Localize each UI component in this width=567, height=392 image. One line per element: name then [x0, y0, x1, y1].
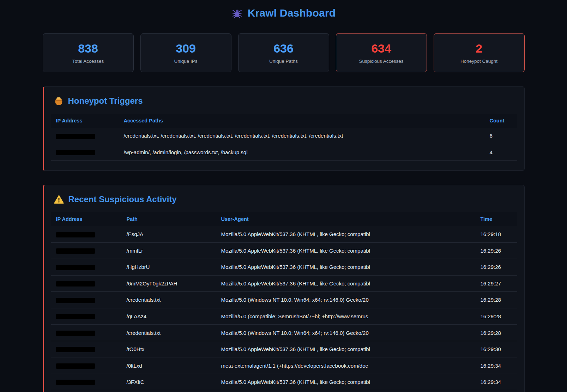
activity-row: /credentials.txt Mozilla/5.0 (Windows NT…: [51, 292, 517, 308]
suspicious-activity-panel: Recent Suspicious Activity IP Address Pa…: [43, 185, 525, 392]
path-cell: /HgHzbrU: [122, 259, 216, 276]
activity-row: /6mM2OyF0gk2zPAH Mozilla/5.0 AppleWebKit…: [51, 275, 517, 292]
redacted-ip-bar: [56, 331, 95, 336]
time-cell: 16:29:28: [476, 325, 517, 341]
path-cell: /credentials.txt: [122, 325, 216, 341]
honeypot-panel: Honeypot Triggers IP Address Accessed Pa…: [43, 86, 525, 171]
col-header-count: Count: [485, 114, 517, 128]
time-cell: 16:29:28: [476, 308, 517, 325]
col-header-ip: IP Address: [51, 114, 119, 128]
ip-cell: [51, 128, 119, 144]
path-cell: /gLAAz4: [122, 308, 216, 325]
activity-row: /0ltLxd meta-externalagent/1.1 (+https:/…: [51, 357, 517, 374]
redacted-ip-bar: [56, 150, 95, 155]
suspicious-title: Recent Suspicious Activity: [68, 194, 177, 204]
stat-card: 2 Honeypot Caught: [434, 33, 525, 72]
ip-cell: [51, 275, 122, 292]
path-cell: /6mM2OyF0gk2zPAH: [122, 275, 216, 292]
path-cell: /3FXfiC: [122, 374, 216, 390]
honeypot-row: /credentials.txt, /credentials.txt, /cre…: [51, 128, 517, 144]
redacted-ip-bar: [56, 298, 95, 303]
stat-label: Suspicious Accesses: [359, 59, 403, 64]
time-cell: 16:29:26: [476, 242, 517, 259]
redacted-ip-bar: [56, 232, 95, 237]
time-cell: 16:29:30: [476, 341, 517, 357]
user-agent-cell: Mozilla/5.0 (compatible; SemrushBot/7~bl…: [216, 308, 476, 325]
honeypot-table-body: /credentials.txt, /credentials.txt, /cre…: [51, 128, 517, 161]
stat-card: 309 Unique IPs: [140, 33, 231, 72]
user-agent-cell: Mozilla/5.0 AppleWebKit/537.36 (KHTML, l…: [216, 275, 476, 292]
stat-card: 838 Total Accesses: [43, 33, 134, 72]
ip-cell: [51, 259, 122, 276]
redacted-ip-bar: [56, 347, 95, 352]
user-agent-cell: meta-externalagent/1.1 (+https://develop…: [216, 357, 476, 374]
honeypot-panel-title: Honeypot Triggers: [54, 96, 517, 106]
time-cell: 16:29:26: [476, 259, 517, 276]
honeypot-row: /wp-admin/, /admin/login, /passwords.txt…: [51, 144, 517, 161]
dashboard-page: Krawl Dashboard 838 Total Accesses 309 U…: [43, 0, 525, 392]
paths-cell: /wp-admin/, /admin/login, /passwords.txt…: [119, 144, 485, 161]
user-agent-cell: Mozilla/5.0 AppleWebKit/537.36 (KHTML, l…: [216, 374, 476, 390]
ip-cell: [51, 308, 122, 325]
activity-table-head: IP Address Path User-Agent Time: [51, 212, 517, 226]
stats-row: 838 Total Accesses 309 Unique IPs 636 Un…: [43, 33, 525, 72]
user-agent-cell: Mozilla/5.0 (Windows NT 10.0; Win64; x64…: [216, 292, 476, 308]
stat-card: 634 Suspicious Accesses: [336, 33, 427, 72]
page-header: Krawl Dashboard: [43, 7, 525, 19]
honeypot-icon: [54, 96, 64, 106]
page-title: Krawl Dashboard: [248, 7, 336, 19]
activity-table: IP Address Path User-Agent Time /EsqJA M…: [51, 212, 517, 390]
warning-icon: [54, 195, 64, 204]
ip-cell: [51, 357, 122, 374]
path-cell: /mmILr: [122, 242, 216, 259]
redacted-ip-bar: [56, 281, 95, 287]
ip-cell: [51, 341, 122, 357]
activity-table-body: /EsqJA Mozilla/5.0 AppleWebKit/537.36 (K…: [51, 226, 517, 390]
stat-label: Honeypot Caught: [460, 59, 497, 64]
path-cell: /tO0Htx: [122, 341, 216, 357]
path-cell: /EsqJA: [122, 226, 216, 242]
honeypot-table-head: IP Address Accessed Paths Count: [51, 114, 517, 128]
stat-value: 2: [476, 42, 482, 55]
col-header-time: Time: [476, 212, 517, 226]
paths-cell: /credentials.txt, /credentials.txt, /cre…: [119, 128, 485, 144]
col-header-ip: IP Address: [51, 212, 122, 226]
stat-value: 634: [371, 42, 391, 55]
user-agent-cell: Mozilla/5.0 AppleWebKit/537.36 (KHTML, l…: [216, 242, 476, 259]
stat-label: Unique IPs: [174, 59, 197, 64]
count-cell: 6: [485, 128, 517, 144]
stat-value: 309: [176, 42, 196, 55]
time-cell: 16:29:18: [476, 226, 517, 242]
stat-card: 636 Unique Paths: [238, 33, 329, 72]
col-header-paths: Accessed Paths: [119, 114, 485, 128]
time-cell: 16:29:27: [476, 275, 517, 292]
activity-row: /EsqJA Mozilla/5.0 AppleWebKit/537.36 (K…: [51, 226, 517, 242]
activity-row: /gLAAz4 Mozilla/5.0 (compatible; Semrush…: [51, 308, 517, 325]
user-agent-cell: Mozilla/5.0 AppleWebKit/537.36 (KHTML, l…: [216, 259, 476, 276]
activity-row: /credentials.txt Mozilla/5.0 (Windows NT…: [51, 325, 517, 341]
honeypot-table: IP Address Accessed Paths Count /credent…: [51, 114, 517, 161]
redacted-ip-bar: [56, 363, 95, 369]
col-header-path: Path: [122, 212, 216, 226]
time-cell: 16:29:28: [476, 292, 517, 308]
stat-value: 838: [78, 42, 98, 55]
time-cell: 16:29:34: [476, 357, 517, 374]
stat-value: 636: [273, 42, 294, 55]
activity-row: /tO0Htx Mozilla/5.0 AppleWebKit/537.36 (…: [51, 341, 517, 357]
ip-cell: [51, 325, 122, 341]
path-cell: /credentials.txt: [122, 292, 216, 308]
redacted-ip-bar: [56, 380, 95, 385]
activity-row: /mmILr Mozilla/5.0 AppleWebKit/537.36 (K…: [51, 242, 517, 259]
count-cell: 4: [485, 144, 517, 161]
activity-row: /HgHzbrU Mozilla/5.0 AppleWebKit/537.36 …: [51, 259, 517, 276]
user-agent-cell: Mozilla/5.0 AppleWebKit/537.36 (KHTML, l…: [216, 341, 476, 357]
activity-row: /3FXfiC Mozilla/5.0 AppleWebKit/537.36 (…: [51, 374, 517, 390]
ip-cell: [51, 242, 122, 259]
ip-cell: [51, 144, 119, 161]
col-header-user-agent: User-Agent: [216, 212, 476, 226]
honeypot-title: Honeypot Triggers: [68, 96, 143, 106]
user-agent-cell: Mozilla/5.0 (Windows NT 10.0; Win64; x64…: [216, 325, 476, 341]
redacted-ip-bar: [56, 134, 95, 139]
stat-label: Total Accesses: [72, 59, 104, 64]
redacted-ip-bar: [56, 248, 95, 254]
